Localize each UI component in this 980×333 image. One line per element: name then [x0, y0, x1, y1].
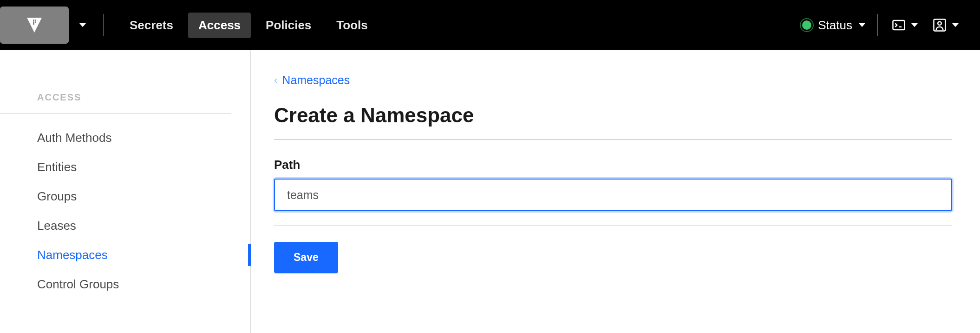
sidebar-heading: ACCESS	[0, 92, 231, 114]
logo-block	[0, 0, 97, 50]
user-menu[interactable]	[925, 18, 966, 32]
sidebar-item-entities[interactable]: Entities	[0, 153, 250, 182]
status-menu[interactable]: Status	[797, 18, 871, 33]
svg-point-8	[938, 22, 941, 26]
sidebar-item-namespaces[interactable]: Namespaces	[0, 240, 250, 270]
nav-tab-access[interactable]: Access	[188, 13, 251, 38]
main: ‹ Namespaces Create a Namespace Path Sav…	[251, 50, 980, 333]
status-label: Status	[818, 18, 852, 33]
vault-logo-icon	[25, 16, 44, 34]
sidebar-item-control-groups[interactable]: Control Groups	[0, 270, 250, 299]
sidebar-item-groups[interactable]: Groups	[0, 182, 250, 211]
sidebar: ACCESS Auth Methods Entities Groups Leas…	[0, 50, 251, 333]
svg-rect-6	[893, 20, 905, 30]
divider	[274, 225, 952, 226]
status-indicator-icon	[802, 20, 811, 30]
chevron-left-icon: ‹	[274, 74, 277, 87]
namespace-picker[interactable]	[69, 0, 97, 50]
svg-rect-2	[35, 20, 36, 21]
chevron-down-icon	[79, 23, 86, 27]
chevron-down-icon	[952, 23, 959, 27]
console-menu[interactable]	[884, 18, 925, 32]
svg-rect-3	[33, 21, 34, 23]
breadcrumb-label: Namespaces	[282, 73, 350, 87]
sidebar-item-leases[interactable]: Leases	[0, 211, 250, 240]
chevron-down-icon	[911, 23, 918, 27]
divider	[103, 14, 104, 36]
content: ACCESS Auth Methods Entities Groups Leas…	[0, 50, 980, 333]
svg-rect-4	[35, 21, 36, 23]
terminal-icon	[892, 18, 906, 32]
sidebar-item-auth-methods[interactable]: Auth Methods	[0, 123, 250, 153]
top-nav: Secrets Access Policies Tools Status	[0, 0, 980, 50]
vault-logo[interactable]	[0, 7, 69, 44]
svg-rect-1	[33, 20, 34, 21]
user-icon	[933, 18, 947, 32]
path-input[interactable]	[274, 179, 952, 211]
divider	[877, 14, 878, 36]
path-label: Path	[274, 158, 952, 172]
svg-rect-5	[33, 23, 34, 25]
nav-tab-secrets[interactable]: Secrets	[119, 13, 183, 38]
breadcrumb[interactable]: ‹ Namespaces	[274, 73, 952, 87]
save-button[interactable]: Save	[274, 242, 338, 273]
nav-tabs: Secrets Access Policies Tools	[119, 13, 378, 38]
page-title: Create a Namespace	[274, 104, 952, 140]
nav-tab-tools[interactable]: Tools	[326, 13, 378, 38]
nav-tab-policies[interactable]: Policies	[255, 13, 321, 38]
chevron-down-icon	[859, 23, 865, 27]
